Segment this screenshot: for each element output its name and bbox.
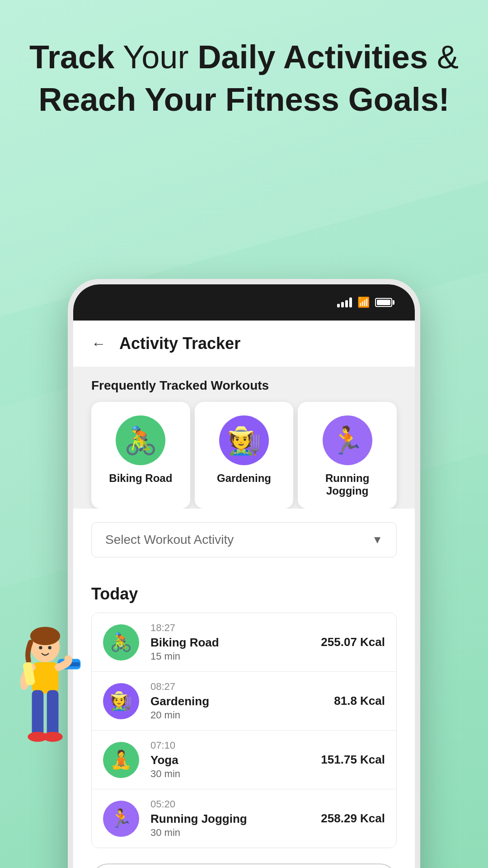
svg-point-12 bbox=[42, 732, 62, 742]
hero-track-word: Track bbox=[29, 39, 114, 75]
activity-gardening-details: 08:27 Gardening 20 min bbox=[150, 681, 334, 721]
gardening-duration: 20 min bbox=[150, 709, 334, 721]
workout-activity-dropdown[interactable]: Select Workout Activity ▼ bbox=[91, 522, 397, 557]
svg-point-6 bbox=[39, 646, 42, 649]
character-svg bbox=[0, 619, 90, 778]
activity-running-icon: 🏃 bbox=[103, 801, 139, 837]
yoga-time: 07:10 bbox=[150, 740, 321, 751]
yoga-activity-name: Yoga bbox=[150, 753, 321, 767]
recent-activities-button[interactable]: Recent Activities bbox=[91, 863, 397, 868]
gardening-time: 08:27 bbox=[150, 681, 334, 693]
battery-icon bbox=[375, 298, 392, 307]
running-name: Running Jogging bbox=[307, 472, 388, 497]
svg-point-7 bbox=[48, 646, 51, 649]
activity-biking-icon: 🚴 bbox=[103, 624, 139, 660]
activity-yoga-details: 07:10 Yoga 30 min bbox=[150, 740, 321, 780]
svg-rect-10 bbox=[47, 690, 59, 736]
activity-yoga-icon: 🧘 bbox=[103, 742, 139, 778]
activity-gardening-icon: 🧑‍🌾 bbox=[103, 683, 139, 719]
signal-icon bbox=[337, 297, 352, 307]
activity-row-running[interactable]: 🏃 05:20 Running Jogging 30 min 258.29 Kc… bbox=[92, 789, 396, 848]
biking-duration: 15 min bbox=[150, 651, 321, 662]
running-duration: 30 min bbox=[150, 827, 321, 839]
activity-biking-details: 18:27 Biking Road 15 min bbox=[150, 622, 321, 662]
app-header: ← Activity Tracker bbox=[73, 321, 415, 367]
workout-card-running[interactable]: 🏃 Running Jogging bbox=[298, 402, 397, 509]
phone-mockup: 📶 ← Activity Tracker Frequently Tracked … bbox=[68, 279, 420, 868]
gardening-activity-name: Gardening bbox=[150, 694, 334, 708]
biking-name: Biking Road bbox=[109, 472, 172, 485]
biking-icon: 🚴 bbox=[116, 415, 165, 465]
wifi-icon: 📶 bbox=[357, 297, 370, 308]
running-icon: 🏃 bbox=[323, 415, 372, 465]
running-calories: 258.29 Kcal bbox=[321, 811, 385, 826]
character-illustration bbox=[0, 619, 90, 778]
biking-calories: 255.07 Kcal bbox=[321, 635, 385, 649]
workout-cards-container: 🚴 Biking Road 🧑‍🌾 Gardening 🏃 Running Jo… bbox=[89, 402, 399, 509]
today-section: Today 🚴 18:27 Biking Road 15 min 255.07 … bbox=[73, 571, 415, 854]
today-label: Today bbox=[91, 585, 397, 604]
svg-rect-8 bbox=[32, 662, 59, 693]
dropdown-section: Select Workout Activity ▼ bbox=[73, 509, 415, 571]
activity-running-details: 05:20 Running Jogging 30 min bbox=[150, 798, 321, 839]
status-bar: 📶 bbox=[73, 284, 415, 321]
gardening-icon: 🧑‍🌾 bbox=[219, 415, 269, 465]
biking-time: 18:27 bbox=[150, 622, 321, 634]
svg-point-5 bbox=[30, 627, 60, 646]
dropdown-placeholder: Select Workout Activity bbox=[105, 533, 234, 547]
hero-section: Track Your Daily Activities &Reach Your … bbox=[0, 0, 488, 139]
biking-activity-name: Biking Road bbox=[150, 636, 321, 650]
gardening-calories: 81.8 Kcal bbox=[334, 694, 385, 708]
frequently-tracked-label: Frequently Tracked Workouts bbox=[91, 378, 397, 393]
workout-card-biking[interactable]: 🚴 Biking Road bbox=[91, 402, 190, 509]
activity-list: 🚴 18:27 Biking Road 15 min 255.07 Kcal 🧑… bbox=[91, 613, 397, 848]
bottom-section: Recent Activities bbox=[73, 854, 415, 868]
page-title: Activity Tracker bbox=[119, 334, 240, 353]
activity-row-biking[interactable]: 🚴 18:27 Biking Road 15 min 255.07 Kcal bbox=[92, 613, 396, 672]
notch bbox=[199, 293, 289, 311]
gardening-name: Gardening bbox=[217, 472, 271, 485]
yoga-calories: 151.75 Kcal bbox=[321, 753, 385, 767]
svg-rect-9 bbox=[32, 690, 44, 736]
frequently-tracked-section: Frequently Tracked Workouts 🚴 Biking Roa… bbox=[73, 367, 415, 509]
activity-row-gardening[interactable]: 🧑‍🌾 08:27 Gardening 20 min 81.8 Kcal bbox=[92, 672, 396, 731]
running-activity-name: Running Jogging bbox=[150, 812, 321, 826]
activity-row-yoga[interactable]: 🧘 07:10 Yoga 30 min 151.75 Kcal bbox=[92, 731, 396, 789]
back-button[interactable]: ← bbox=[91, 335, 106, 352]
running-time: 05:20 bbox=[150, 798, 321, 810]
chevron-down-icon: ▼ bbox=[372, 533, 383, 546]
workout-card-gardening[interactable]: 🧑‍🌾 Gardening bbox=[195, 402, 294, 509]
yoga-duration: 30 min bbox=[150, 768, 321, 780]
